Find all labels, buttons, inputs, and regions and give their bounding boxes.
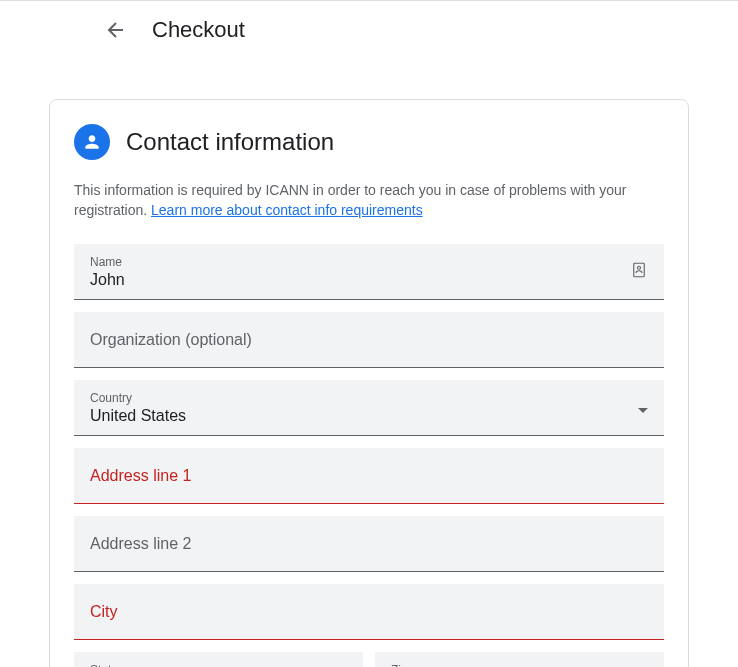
zip-label: Zip [391,663,648,668]
svg-rect-0 [634,263,645,277]
zip-field[interactable]: Zip [375,652,664,667]
info-text: This information is required by ICANN in… [74,180,664,220]
address2-field[interactable]: Address line 2 [74,516,664,572]
page-title: Checkout [152,17,245,43]
name-label: Name [90,255,648,269]
address2-placeholder: Address line 2 [90,535,648,553]
section-header: Contact information [74,124,664,160]
arrow-left-icon [104,18,128,42]
country-field[interactable]: Country United States [74,380,664,436]
state-label: State [90,663,347,668]
country-label: Country [90,391,648,405]
address1-field[interactable]: Address line 1 [74,448,664,504]
contact-card-icon [630,261,648,283]
contact-icon-circle [74,124,110,160]
svg-point-1 [638,266,641,269]
organization-field[interactable]: Organization (optional) [74,312,664,368]
address1-placeholder: Address line 1 [90,467,648,485]
name-input[interactable] [90,271,648,289]
state-field[interactable]: State Florida [74,652,363,667]
state-zip-row: State Florida Zip [74,652,664,667]
checkout-card: Contact information This information is … [49,99,689,667]
city-placeholder: City [90,603,648,621]
learn-more-link[interactable]: Learn more about contact info requiremen… [151,202,423,218]
organization-placeholder: Organization (optional) [90,331,648,349]
back-button[interactable] [104,18,128,42]
person-icon [82,132,102,152]
header: Checkout [0,0,738,59]
city-field[interactable]: City [74,584,664,640]
section-title: Contact information [126,128,334,156]
country-value: United States [90,407,648,425]
name-field[interactable]: Name [74,244,664,300]
